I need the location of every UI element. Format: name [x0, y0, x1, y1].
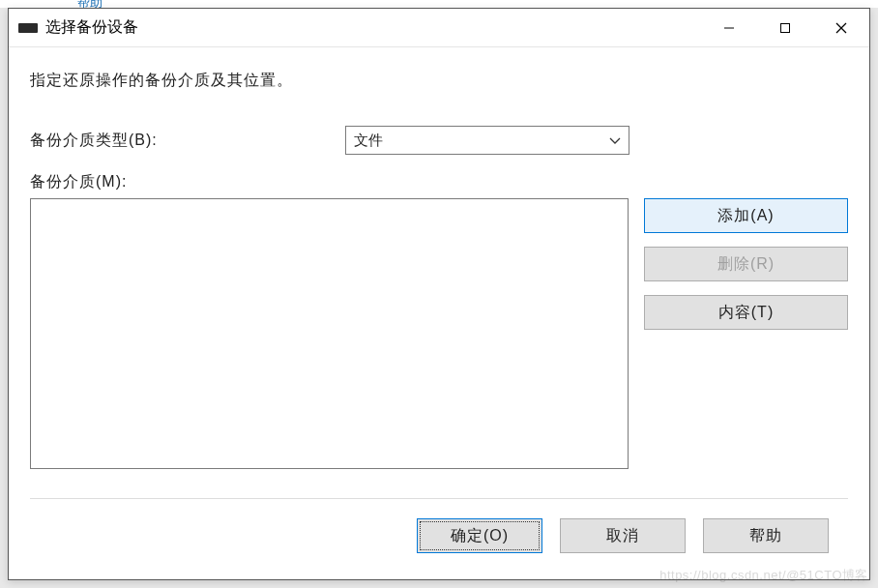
add-button[interactable]: 添加(A): [644, 198, 848, 233]
dialog-title: 选择备份设备: [45, 17, 701, 38]
background-fragment: 帮助: [0, 0, 878, 8]
delete-button: 删除(R): [644, 247, 848, 281]
close-button[interactable]: [813, 9, 869, 46]
cancel-button[interactable]: 取消: [560, 518, 686, 553]
dialog-footer: 确定(O) 取消 帮助: [30, 518, 848, 553]
media-type-combobox[interactable]: 文件: [345, 126, 629, 155]
media-type-row: 备份介质类型(B): 文件: [30, 126, 848, 155]
chevron-down-icon: [609, 132, 621, 148]
ok-button[interactable]: 确定(O): [417, 518, 542, 553]
help-button[interactable]: 帮助: [703, 518, 829, 553]
separator: [30, 498, 848, 499]
dialog-body: 指定还原操作的备份介质及其位置。 备份介质类型(B): 文件 备份介质(M): …: [9, 47, 869, 571]
side-buttons: 添加(A) 删除(R) 内容(T): [644, 198, 848, 330]
media-label: 备份介质(M):: [30, 172, 848, 192]
minimize-button[interactable]: [701, 9, 757, 46]
svg-rect-1: [781, 23, 790, 32]
content-button[interactable]: 内容(T): [644, 295, 848, 330]
device-icon: [18, 23, 38, 33]
backup-media-listbox[interactable]: [30, 198, 629, 469]
select-backup-device-dialog: 选择备份设备 指定还原操作的备份介质及其位置。 备份介质类型(B): 文件: [8, 8, 870, 580]
titlebar: 选择备份设备: [9, 9, 869, 47]
window-controls: [701, 9, 869, 46]
media-type-value: 文件: [354, 132, 621, 150]
instruction-text: 指定还原操作的备份介质及其位置。: [30, 71, 848, 91]
media-type-label: 备份介质类型(B):: [30, 131, 345, 151]
maximize-button[interactable]: [757, 9, 813, 46]
media-row: 添加(A) 删除(R) 内容(T): [30, 198, 848, 469]
